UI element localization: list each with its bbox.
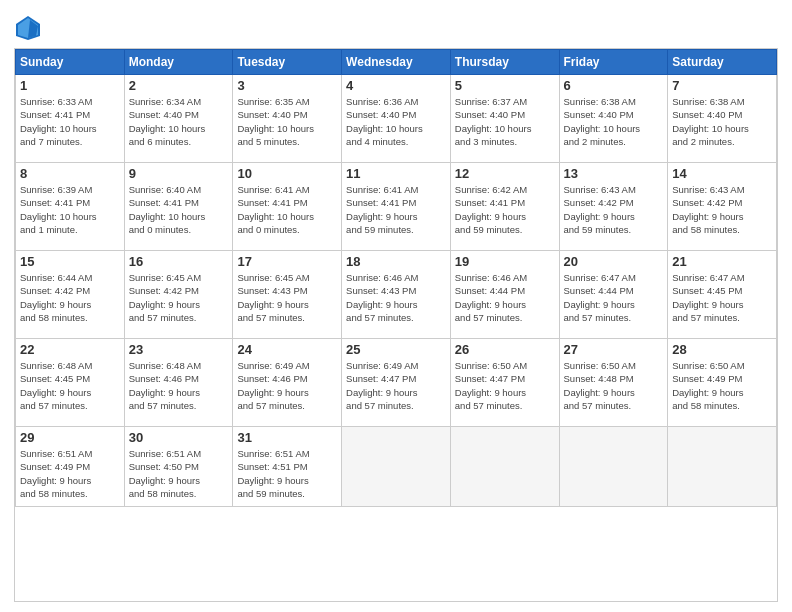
- day-number: 26: [455, 342, 555, 357]
- day-info: Sunrise: 6:38 AM Sunset: 4:40 PM Dayligh…: [672, 95, 772, 148]
- logo: [14, 14, 46, 42]
- calendar-day-cell: 25Sunrise: 6:49 AM Sunset: 4:47 PM Dayli…: [342, 339, 451, 427]
- calendar-body: 1Sunrise: 6:33 AM Sunset: 4:41 PM Daylig…: [16, 75, 777, 507]
- day-info: Sunrise: 6:44 AM Sunset: 4:42 PM Dayligh…: [20, 271, 120, 324]
- day-info: Sunrise: 6:45 AM Sunset: 4:42 PM Dayligh…: [129, 271, 229, 324]
- day-number: 21: [672, 254, 772, 269]
- day-number: 24: [237, 342, 337, 357]
- day-number: 5: [455, 78, 555, 93]
- day-info: Sunrise: 6:34 AM Sunset: 4:40 PM Dayligh…: [129, 95, 229, 148]
- calendar-day-cell: [342, 427, 451, 507]
- calendar-table: SundayMondayTuesdayWednesdayThursdayFrid…: [15, 49, 777, 507]
- day-of-week-header: Tuesday: [233, 50, 342, 75]
- day-number: 13: [564, 166, 664, 181]
- day-info: Sunrise: 6:48 AM Sunset: 4:45 PM Dayligh…: [20, 359, 120, 412]
- day-number: 1: [20, 78, 120, 93]
- calendar-day-cell: [450, 427, 559, 507]
- calendar-day-cell: 24Sunrise: 6:49 AM Sunset: 4:46 PM Dayli…: [233, 339, 342, 427]
- day-number: 7: [672, 78, 772, 93]
- day-number: 8: [20, 166, 120, 181]
- calendar-header: SundayMondayTuesdayWednesdayThursdayFrid…: [16, 50, 777, 75]
- calendar-day-cell: 28Sunrise: 6:50 AM Sunset: 4:49 PM Dayli…: [668, 339, 777, 427]
- day-number: 17: [237, 254, 337, 269]
- day-number: 27: [564, 342, 664, 357]
- day-of-week-header: Thursday: [450, 50, 559, 75]
- day-info: Sunrise: 6:50 AM Sunset: 4:49 PM Dayligh…: [672, 359, 772, 412]
- day-info: Sunrise: 6:51 AM Sunset: 4:49 PM Dayligh…: [20, 447, 120, 500]
- day-number: 30: [129, 430, 229, 445]
- day-number: 9: [129, 166, 229, 181]
- calendar-week-row: 1Sunrise: 6:33 AM Sunset: 4:41 PM Daylig…: [16, 75, 777, 163]
- day-info: Sunrise: 6:48 AM Sunset: 4:46 PM Dayligh…: [129, 359, 229, 412]
- day-info: Sunrise: 6:50 AM Sunset: 4:47 PM Dayligh…: [455, 359, 555, 412]
- day-info: Sunrise: 6:49 AM Sunset: 4:47 PM Dayligh…: [346, 359, 446, 412]
- day-number: 28: [672, 342, 772, 357]
- day-info: Sunrise: 6:35 AM Sunset: 4:40 PM Dayligh…: [237, 95, 337, 148]
- day-of-week-header: Friday: [559, 50, 668, 75]
- day-of-week-header: Saturday: [668, 50, 777, 75]
- calendar-day-cell: 3Sunrise: 6:35 AM Sunset: 4:40 PM Daylig…: [233, 75, 342, 163]
- logo-icon: [14, 14, 42, 42]
- calendar-day-cell: 29Sunrise: 6:51 AM Sunset: 4:49 PM Dayli…: [16, 427, 125, 507]
- day-number: 19: [455, 254, 555, 269]
- day-number: 12: [455, 166, 555, 181]
- day-info: Sunrise: 6:42 AM Sunset: 4:41 PM Dayligh…: [455, 183, 555, 236]
- calendar-week-row: 15Sunrise: 6:44 AM Sunset: 4:42 PM Dayli…: [16, 251, 777, 339]
- day-info: Sunrise: 6:38 AM Sunset: 4:40 PM Dayligh…: [564, 95, 664, 148]
- day-number: 22: [20, 342, 120, 357]
- day-number: 6: [564, 78, 664, 93]
- calendar-week-row: 8Sunrise: 6:39 AM Sunset: 4:41 PM Daylig…: [16, 163, 777, 251]
- day-info: Sunrise: 6:45 AM Sunset: 4:43 PM Dayligh…: [237, 271, 337, 324]
- calendar-day-cell: [559, 427, 668, 507]
- day-number: 15: [20, 254, 120, 269]
- calendar-day-cell: [668, 427, 777, 507]
- day-info: Sunrise: 6:46 AM Sunset: 4:43 PM Dayligh…: [346, 271, 446, 324]
- day-of-week-header: Wednesday: [342, 50, 451, 75]
- day-number: 18: [346, 254, 446, 269]
- calendar-day-cell: 26Sunrise: 6:50 AM Sunset: 4:47 PM Dayli…: [450, 339, 559, 427]
- day-number: 2: [129, 78, 229, 93]
- day-info: Sunrise: 6:50 AM Sunset: 4:48 PM Dayligh…: [564, 359, 664, 412]
- day-info: Sunrise: 6:43 AM Sunset: 4:42 PM Dayligh…: [672, 183, 772, 236]
- calendar-week-row: 22Sunrise: 6:48 AM Sunset: 4:45 PM Dayli…: [16, 339, 777, 427]
- day-number: 29: [20, 430, 120, 445]
- day-info: Sunrise: 6:43 AM Sunset: 4:42 PM Dayligh…: [564, 183, 664, 236]
- day-info: Sunrise: 6:41 AM Sunset: 4:41 PM Dayligh…: [237, 183, 337, 236]
- calendar-day-cell: 12Sunrise: 6:42 AM Sunset: 4:41 PM Dayli…: [450, 163, 559, 251]
- day-number: 3: [237, 78, 337, 93]
- calendar-day-cell: 30Sunrise: 6:51 AM Sunset: 4:50 PM Dayli…: [124, 427, 233, 507]
- day-info: Sunrise: 6:51 AM Sunset: 4:51 PM Dayligh…: [237, 447, 337, 500]
- header-row: SundayMondayTuesdayWednesdayThursdayFrid…: [16, 50, 777, 75]
- calendar-day-cell: 11Sunrise: 6:41 AM Sunset: 4:41 PM Dayli…: [342, 163, 451, 251]
- calendar-day-cell: 17Sunrise: 6:45 AM Sunset: 4:43 PM Dayli…: [233, 251, 342, 339]
- day-info: Sunrise: 6:41 AM Sunset: 4:41 PM Dayligh…: [346, 183, 446, 236]
- calendar-day-cell: 13Sunrise: 6:43 AM Sunset: 4:42 PM Dayli…: [559, 163, 668, 251]
- calendar-day-cell: 2Sunrise: 6:34 AM Sunset: 4:40 PM Daylig…: [124, 75, 233, 163]
- calendar-day-cell: 4Sunrise: 6:36 AM Sunset: 4:40 PM Daylig…: [342, 75, 451, 163]
- day-number: 14: [672, 166, 772, 181]
- day-info: Sunrise: 6:47 AM Sunset: 4:44 PM Dayligh…: [564, 271, 664, 324]
- day-number: 10: [237, 166, 337, 181]
- day-info: Sunrise: 6:40 AM Sunset: 4:41 PM Dayligh…: [129, 183, 229, 236]
- day-info: Sunrise: 6:39 AM Sunset: 4:41 PM Dayligh…: [20, 183, 120, 236]
- calendar-day-cell: 1Sunrise: 6:33 AM Sunset: 4:41 PM Daylig…: [16, 75, 125, 163]
- page-container: SundayMondayTuesdayWednesdayThursdayFrid…: [0, 0, 792, 612]
- day-number: 25: [346, 342, 446, 357]
- day-info: Sunrise: 6:47 AM Sunset: 4:45 PM Dayligh…: [672, 271, 772, 324]
- calendar-day-cell: 18Sunrise: 6:46 AM Sunset: 4:43 PM Dayli…: [342, 251, 451, 339]
- calendar-day-cell: 15Sunrise: 6:44 AM Sunset: 4:42 PM Dayli…: [16, 251, 125, 339]
- calendar-day-cell: 7Sunrise: 6:38 AM Sunset: 4:40 PM Daylig…: [668, 75, 777, 163]
- day-info: Sunrise: 6:46 AM Sunset: 4:44 PM Dayligh…: [455, 271, 555, 324]
- day-number: 11: [346, 166, 446, 181]
- header: [14, 10, 778, 42]
- calendar-day-cell: 5Sunrise: 6:37 AM Sunset: 4:40 PM Daylig…: [450, 75, 559, 163]
- day-of-week-header: Sunday: [16, 50, 125, 75]
- day-number: 31: [237, 430, 337, 445]
- day-number: 23: [129, 342, 229, 357]
- calendar-day-cell: 27Sunrise: 6:50 AM Sunset: 4:48 PM Dayli…: [559, 339, 668, 427]
- day-info: Sunrise: 6:33 AM Sunset: 4:41 PM Dayligh…: [20, 95, 120, 148]
- calendar-day-cell: 14Sunrise: 6:43 AM Sunset: 4:42 PM Dayli…: [668, 163, 777, 251]
- day-info: Sunrise: 6:49 AM Sunset: 4:46 PM Dayligh…: [237, 359, 337, 412]
- calendar-day-cell: 19Sunrise: 6:46 AM Sunset: 4:44 PM Dayli…: [450, 251, 559, 339]
- day-number: 4: [346, 78, 446, 93]
